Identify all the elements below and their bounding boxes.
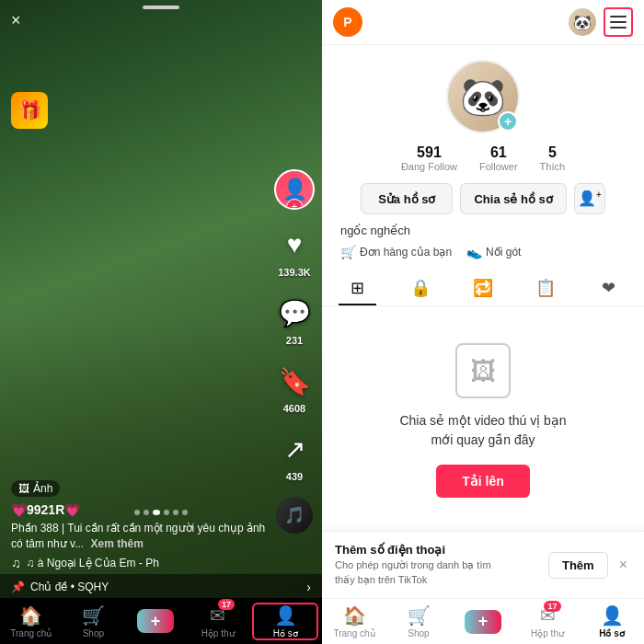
share-profile-button[interactable]: Chia sẻ hồ sơ	[460, 183, 566, 214]
bookmark-button[interactable]: 🔖 4608	[274, 361, 315, 414]
video-description: Phần 388 | Tui cần rất cần một người yêu…	[11, 521, 267, 552]
topic-bar[interactable]: 📌 Chủ đề • SQHY ›	[0, 574, 322, 600]
orders-label: Đơn hàng của bạn	[360, 246, 452, 259]
add-icon-right: +	[478, 612, 489, 631]
quick-links: 🛒 Đơn hàng của bạn 👟 Nối gót	[333, 245, 633, 259]
add-icon-left: +	[151, 612, 161, 631]
header-avatar[interactable]: 🐼	[569, 8, 596, 36]
banner-add-button[interactable]: Thêm	[548, 552, 608, 579]
nav-inbox-right[interactable]: ✉ 17 Hộp thư	[515, 604, 580, 638]
creator-username: 💗9921R💗	[11, 502, 267, 517]
bookmark-icon: 🔖	[274, 361, 315, 401]
follower-label: Follower	[479, 161, 518, 172]
profile-action-buttons: Sửa hồ sơ Chia sẻ hồ sơ 👤+	[333, 183, 633, 214]
profile-icon-right: 👤	[601, 604, 624, 627]
empty-state-title: Chia sẻ một video thú vị bạn mới quay gầ…	[399, 411, 566, 450]
hamburger-icon	[606, 12, 630, 32]
edit-profile-button[interactable]: Sửa hồ sơ	[361, 183, 453, 214]
music-disc-icon: 🎵	[276, 497, 313, 534]
likes-label: Thích	[540, 161, 566, 172]
photo-icon: 🖼	[18, 482, 29, 495]
nav-inbox-left[interactable]: ✉ 17 Hộp thư	[187, 604, 249, 638]
nav-shop-left[interactable]: 🛒 Shop	[63, 604, 125, 638]
likes-count: 5	[548, 144, 557, 161]
creator-avatar-wrap[interactable]: +	[274, 169, 315, 210]
inbox-badge-left: 17	[218, 599, 235, 610]
nav-add-right[interactable]: +	[451, 610, 515, 634]
following-count: 591	[417, 144, 442, 161]
bottom-nav-left: 🏠 Trang chủ 🛒 Shop + ✉ 17 Hộp thư 👤 Hồ s…	[0, 598, 322, 644]
nav-home-right[interactable]: 🏠 Trang chủ	[322, 604, 386, 638]
lock-icon: 🔒	[410, 278, 431, 298]
comment-button[interactable]: 💬 231	[274, 293, 315, 346]
follower-stat: 61 Follower	[479, 144, 518, 172]
drag-handle	[143, 6, 179, 9]
comment-icon: 💬	[274, 293, 315, 333]
avatar-add-button[interactable]: +	[498, 111, 518, 132]
shop-icon-left: 🛒	[82, 604, 105, 627]
share-button[interactable]: ↗ 439	[274, 429, 315, 482]
music-disc[interactable]: 🎵	[276, 497, 313, 534]
tab-saved[interactable]: 📋	[514, 270, 577, 305]
orders-link[interactable]: 🛒 Đơn hàng của bạn	[340, 245, 452, 259]
add-button-left[interactable]: +	[137, 609, 174, 633]
left-panel: × 🎁 + ♥ 139.3K 💬 231 🔖 4608 ↗ 439 🎵	[0, 0, 322, 644]
profile-icon-left: 👤	[274, 604, 297, 627]
repost-icon: 🔁	[473, 278, 493, 298]
empty-state-icon	[455, 343, 511, 398]
nav-profile-left[interactable]: 👤 Hồ sơ	[252, 603, 318, 640]
video-info: 🖼 Ảnh 💗9921R💗 Phần 388 | Tui cần rất cần…	[11, 479, 267, 570]
right-panel: P 🐼 🐼 + 591 Đang Follow 61	[322, 0, 644, 644]
tab-repost[interactable]: 🔁	[452, 270, 514, 305]
follow-plus-icon[interactable]: +	[286, 199, 303, 210]
add-button-right[interactable]: +	[465, 610, 501, 634]
music-note-icon: ♫	[11, 556, 21, 570]
profile-avatar-wrap: 🐼 +	[446, 60, 520, 133]
profile-tabs: ⊞ 🔒 🔁 📋 ❤	[322, 270, 644, 306]
close-button[interactable]: ×	[11, 11, 21, 30]
topic-icon: 📌	[11, 581, 25, 593]
nav-profile-right[interactable]: 👤 Hồ sơ	[580, 604, 644, 638]
inbox-badge-wrap: ✉ 17	[540, 604, 556, 627]
add-friend-icon: 👤+	[578, 190, 602, 207]
nav-shop-right[interactable]: 🛒 Shop	[386, 604, 451, 638]
profile-header: P 🐼	[322, 0, 644, 45]
shoes-link[interactable]: 👟 Nối gót	[466, 245, 521, 259]
upload-button[interactable]: Tải lên	[436, 465, 530, 498]
app-logo: P	[333, 7, 362, 37]
banner-text: Thêm số điện thoại Cho phép người trong …	[335, 543, 541, 587]
bio-text: ngốc nghếch	[333, 224, 633, 237]
grid-icon: ⊞	[351, 278, 364, 298]
share-icon: ↗	[274, 429, 315, 469]
profile-content: Chia sẻ một video thú vị bạn mới quay gầ…	[322, 306, 644, 516]
nav-home-left[interactable]: 🏠 Trang chủ	[0, 604, 63, 638]
creator-avatar[interactable]: +	[274, 169, 315, 210]
topic-arrow-icon: ›	[306, 580, 311, 594]
saved-icon: 📋	[535, 278, 556, 298]
nav-add-left[interactable]: +	[124, 609, 187, 633]
photo-badge: 🖼 Ảnh	[11, 480, 60, 497]
topic-text: 📌 Chủ đề • SQHY	[11, 581, 109, 593]
gift-button[interactable]: 🎁	[11, 92, 48, 129]
phone-banner: Thêm số điện thoại Cho phép người trong …	[322, 531, 644, 598]
stats-row: 591 Đang Follow 61 Follower 5 Thích	[401, 144, 565, 172]
menu-button[interactable]	[604, 7, 633, 37]
banner-close-button[interactable]: ×	[615, 557, 631, 573]
tab-liked[interactable]: ❤	[578, 270, 640, 305]
shop-label-right: Shop	[408, 628, 429, 638]
home-icon-left: 🏠	[19, 604, 42, 627]
inbox-label-left: Hộp thư	[201, 628, 235, 638]
shop-label-left: Shop	[83, 628, 104, 638]
home-label-left: Trang chủ	[10, 628, 52, 638]
music-title: ♫ à Ngoại Lệ Của Em - Ph	[27, 557, 159, 569]
see-more-link[interactable]: Xem thêm	[90, 537, 143, 550]
banner-title: Thêm số điện thoại	[335, 543, 541, 557]
tab-private[interactable]: 🔒	[388, 270, 451, 305]
add-friend-button[interactable]: 👤+	[574, 183, 605, 214]
banner-desc: Cho phép người trong danh bạ tìm thấy bạ…	[335, 558, 541, 587]
home-label-right: Trang chủ	[333, 628, 374, 638]
comment-count: 231	[286, 335, 303, 346]
like-button[interactable]: ♥ 139.3K	[274, 224, 315, 278]
tab-grid[interactable]: ⊞	[326, 270, 388, 305]
music-info: ♫ ♫ à Ngoại Lệ Của Em - Ph	[11, 556, 267, 570]
